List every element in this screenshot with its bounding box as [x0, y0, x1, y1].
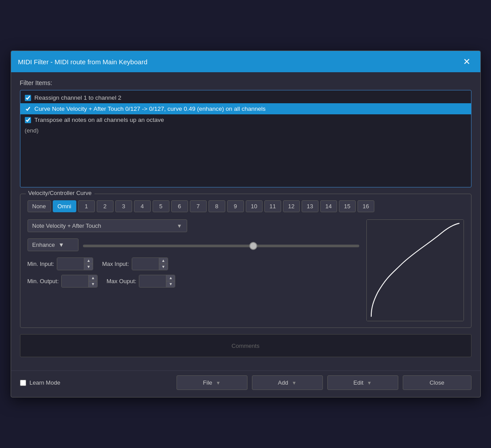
- min-output-label: Min. Output:: [27, 278, 59, 284]
- bottom-bar: Learn Mode File ▼ Add ▼ Edit ▼ Close: [11, 370, 480, 397]
- min-output-field[interactable]: 0: [62, 275, 88, 287]
- channel-btn-1[interactable]: 1: [78, 200, 95, 212]
- channel-btn-7[interactable]: 7: [190, 200, 207, 212]
- file-dropdown-arrow-icon: ▼: [216, 380, 221, 386]
- min-input-up[interactable]: ▲: [84, 258, 93, 264]
- curve-type-value: Enhance: [32, 242, 55, 248]
- comments-box[interactable]: Comments: [20, 334, 471, 357]
- velocity-curve-section: Velocity/Controller Curve NoneOmni123456…: [20, 194, 471, 328]
- channel-btn-16[interactable]: 16: [357, 200, 374, 212]
- close-icon[interactable]: ✕: [460, 56, 473, 67]
- filter-item-text: Curve Note Velocity + After Touch 0/127 …: [35, 105, 266, 112]
- channel-btn-2[interactable]: 2: [97, 200, 114, 212]
- max-input-spinners: ▲ ▼: [159, 258, 168, 270]
- learn-mode-checkbox[interactable]: [20, 380, 26, 386]
- min-output-up[interactable]: ▲: [89, 275, 97, 281]
- type-dropdown-value: Note Velocity + After Touch: [32, 222, 102, 229]
- filter-list-item[interactable]: Curve Note Velocity + After Touch 0/127 …: [20, 103, 471, 114]
- edit-button-label: Edit: [354, 379, 363, 386]
- channel-btn-6[interactable]: 6: [171, 200, 188, 212]
- filter-list: Reassign channel 1 to channel 2Curve Not…: [20, 90, 471, 187]
- max-output-up[interactable]: ▲: [166, 275, 175, 281]
- min-input-spinners: ▲ ▼: [84, 258, 93, 270]
- controls-row: Note Velocity + After Touch ▼ Enhance ▼: [27, 219, 464, 321]
- max-output-spin: 127 ▲ ▼: [139, 275, 175, 288]
- max-input-group: Max Input: 127 ▲ ▼: [102, 257, 168, 270]
- filter-items-label: Filter Items:: [20, 79, 471, 86]
- channel-btn-none[interactable]: None: [27, 200, 51, 212]
- enhance-row: Enhance ▼: [27, 238, 359, 251]
- min-input-label: Min. Input:: [27, 261, 55, 267]
- add-dropdown-arrow-icon: ▼: [292, 380, 297, 386]
- max-input-field[interactable]: 127: [132, 258, 159, 270]
- channel-btn-11[interactable]: 11: [264, 200, 281, 212]
- curve-canvas: [366, 219, 464, 321]
- curve-svg: [367, 220, 464, 321]
- curve-type-dropdown[interactable]: Enhance ▼: [27, 238, 79, 251]
- filter-item-text: Transpose all notes on all channels up a…: [35, 117, 164, 123]
- filter-item-text: Reassign channel 1 to channel 2: [35, 94, 122, 101]
- max-output-group: Max Ouput: 127 ▲ ▼: [106, 275, 175, 288]
- channel-btn-omni[interactable]: Omni: [53, 200, 76, 212]
- channel-btn-15[interactable]: 15: [339, 200, 356, 212]
- min-input-group: Min. Input: 0 ▲ ▼: [27, 257, 94, 270]
- midi-filter-dialog: MIDI Filter - MIDI route from Main Keybo…: [11, 51, 481, 397]
- min-input-spin: 0 ▲ ▼: [57, 257, 93, 270]
- filter-item-checkbox[interactable]: [25, 95, 31, 101]
- edit-dropdown-arrow-icon: ▼: [367, 380, 372, 386]
- controls-left: Note Velocity + After Touch ▼ Enhance ▼: [27, 219, 359, 292]
- channel-btn-5[interactable]: 5: [153, 200, 169, 212]
- channel-btn-13[interactable]: 13: [302, 200, 318, 212]
- max-input-label: Max Input:: [102, 261, 129, 267]
- max-output-down[interactable]: ▼: [166, 281, 175, 288]
- slider-container: [83, 241, 359, 249]
- filter-end: (end): [20, 125, 471, 136]
- file-button-label: File: [203, 379, 212, 386]
- channel-btn-9[interactable]: 9: [227, 200, 244, 212]
- min-input-field[interactable]: 0: [57, 258, 84, 270]
- max-input-up[interactable]: ▲: [159, 258, 168, 264]
- comments-placeholder: Comments: [232, 343, 259, 349]
- input-fields-row: Min. Input: 0 ▲ ▼ Max Input:: [27, 257, 359, 270]
- channel-row: NoneOmni12345678910111213141516: [27, 200, 464, 212]
- section-legend: Velocity/Controller Curve: [26, 190, 94, 196]
- dialog-body: Filter Items: Reassign channel 1 to chan…: [11, 72, 480, 370]
- min-input-down[interactable]: ▼: [84, 264, 93, 270]
- learn-mode-text: Learn Mode: [30, 379, 60, 386]
- min-output-group: Min. Output: 0 ▲ ▼: [27, 275, 98, 288]
- title-bar: MIDI Filter - MIDI route from Main Keybo…: [11, 51, 480, 72]
- max-input-spin: 127 ▲ ▼: [132, 257, 168, 270]
- max-input-down[interactable]: ▼: [159, 264, 168, 270]
- filter-item-checkbox[interactable]: [25, 117, 31, 123]
- window-title: MIDI Filter - MIDI route from Main Keybo…: [18, 58, 148, 66]
- channel-btn-3[interactable]: 3: [115, 200, 132, 212]
- curve-slider[interactable]: [83, 245, 359, 247]
- channel-btn-12[interactable]: 12: [283, 200, 300, 212]
- max-output-spinners: ▲ ▼: [166, 275, 175, 287]
- curve-dropdown-arrow-icon: ▼: [59, 242, 64, 248]
- min-output-spin: 0 ▲ ▼: [61, 275, 98, 288]
- filter-list-item[interactable]: Transpose all notes on all channels up a…: [20, 114, 471, 125]
- filter-list-item[interactable]: Reassign channel 1 to channel 2: [20, 92, 471, 103]
- type-dropdown[interactable]: Note Velocity + After Touch ▼: [27, 219, 187, 232]
- channel-btn-8[interactable]: 8: [208, 200, 225, 212]
- channel-btn-14[interactable]: 14: [320, 200, 337, 212]
- file-button[interactable]: File ▼: [177, 375, 247, 390]
- close-button[interactable]: Close: [403, 375, 471, 390]
- min-output-spinners: ▲ ▼: [88, 275, 97, 287]
- add-button[interactable]: Add ▼: [252, 375, 323, 390]
- learn-mode-label[interactable]: Learn Mode: [20, 379, 60, 386]
- add-button-label: Add: [278, 379, 288, 386]
- channel-btn-4[interactable]: 4: [134, 200, 151, 212]
- max-output-label: Max Ouput:: [106, 278, 136, 284]
- output-fields-row: Min. Output: 0 ▲ ▼ Max Ouput:: [27, 275, 359, 288]
- dropdown-row: Note Velocity + After Touch ▼: [27, 219, 359, 232]
- dropdown-arrow-icon: ▼: [177, 223, 182, 229]
- close-button-label: Close: [429, 379, 444, 386]
- channel-btn-10[interactable]: 10: [246, 200, 263, 212]
- edit-button[interactable]: Edit ▼: [327, 375, 398, 390]
- svg-rect-0: [367, 220, 464, 321]
- max-output-field[interactable]: 127: [139, 275, 166, 287]
- filter-item-checkbox[interactable]: [25, 106, 31, 112]
- min-output-down[interactable]: ▼: [89, 281, 97, 288]
